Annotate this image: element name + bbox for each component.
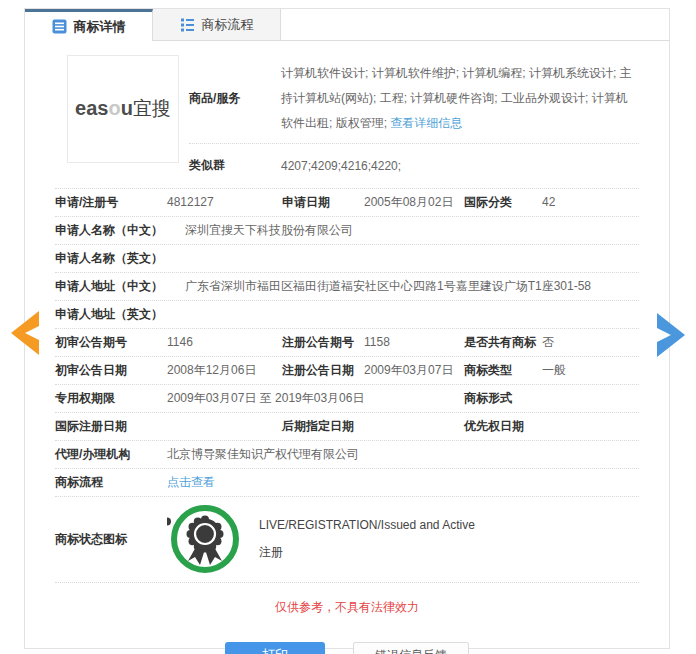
table-row: 国际注册日期 后期指定日期 优先权日期	[55, 413, 639, 441]
table-row: 申请/注册号 4812127 申请日期 2005年08月02日 国际分类 42	[55, 189, 639, 217]
tab-trademark-details[interactable]: 商标详情	[25, 9, 153, 41]
field-label: 商品/服务	[189, 90, 281, 107]
view-details-link[interactable]: 查看详细信息	[390, 116, 462, 130]
goods-services-value: 计算机软件设计; 计算机软件维护; 计算机编程; 计算机系统设计; 主持计算机站…	[281, 61, 639, 137]
table-row: 代理/办理机构 北京博导聚佳知识产权代理有限公司	[55, 441, 639, 469]
logo-text: o	[108, 97, 120, 119]
tab-bar: 商标详情 商标流程	[25, 9, 669, 41]
field-label: 注册公告日期	[282, 362, 364, 379]
similar-group-row: 类似群 4207;4209;4216;4220;	[189, 144, 639, 188]
field-label: 商标状态图标	[55, 531, 167, 548]
field-value: 2008年12月06日	[167, 362, 282, 379]
field-label: 申请人名称（中文）	[55, 222, 185, 239]
field-value: 广东省深圳市福田区福田街道福安社区中心四路1号嘉里建设广场T1座301-58	[185, 278, 639, 295]
document-icon	[52, 19, 67, 34]
field-label: 商标流程	[55, 474, 167, 491]
field-label: 类似群	[189, 157, 281, 174]
field-value: 深圳宜搜天下科技股份有限公司	[185, 222, 639, 239]
table-row: 申请人地址（中文） 广东省深圳市福田区福田街道福安社区中心四路1号嘉里建设广场T…	[55, 273, 639, 301]
registered-medal-icon	[167, 501, 243, 577]
table-row: 初审公告日期 2008年12月06日 注册公告日期 2009年03月07日 商标…	[55, 357, 639, 385]
field-label: 国际注册日期	[55, 418, 167, 435]
table-row: 申请人地址（英文）	[55, 301, 639, 329]
field-label: 商标类型	[464, 362, 542, 379]
field-label: 申请人地址（中文）	[55, 278, 185, 295]
logo-text: eas	[75, 97, 108, 119]
tab-label: 商标详情	[74, 18, 126, 36]
field-label: 专用权期限	[55, 390, 167, 407]
trademark-detail-card: 商标详情 商标流程 easou宜搜	[24, 8, 670, 649]
status-line-english: LIVE/REGISTRATION/Issued and Active	[259, 518, 475, 532]
easou-logo: easou宜搜	[75, 96, 171, 122]
field-value: 1158	[364, 335, 464, 349]
field-label: 申请人地址（英文）	[55, 306, 185, 323]
tab-bar-spacer	[281, 9, 669, 40]
table-row: 申请人名称（中文） 深圳宜搜天下科技股份有限公司	[55, 217, 639, 245]
logo-text: 宜搜	[133, 98, 171, 119]
field-label: 是否共有商标	[464, 334, 542, 351]
field-label: 申请人名称（英文）	[55, 250, 185, 267]
previous-arrow-button[interactable]	[8, 310, 42, 356]
next-arrow-button[interactable]	[654, 312, 688, 358]
field-label: 后期指定日期	[282, 418, 464, 435]
logo-text: u	[121, 97, 133, 119]
field-value: 北京博导聚佳知识产权代理有限公司	[167, 446, 639, 463]
trademark-header-section: easou宜搜 商品/服务 计算机软件设计; 计算机软件维护; 计算机编程; 计…	[55, 41, 639, 189]
field-value: 一般	[542, 362, 639, 379]
field-label: 国际分类	[464, 194, 542, 211]
field-value: 否	[542, 334, 639, 351]
field-value: 2009年03月07日 至 2019年03月06日	[167, 390, 464, 407]
field-value: 4812127	[167, 195, 282, 209]
field-label: 优先权日期	[464, 418, 542, 435]
error-feedback-button[interactable]: 错误信息反馈	[353, 642, 469, 654]
click-to-view-link[interactable]: 点击查看	[167, 474, 639, 491]
disclaimer-text: 仅供参考，不具有法律效力	[55, 599, 639, 616]
table-row: 初审公告期号 1146 注册公告期号 1158 是否共有商标 否	[55, 329, 639, 357]
field-value: 2009年03月07日	[364, 362, 464, 379]
field-value: 42	[542, 195, 639, 209]
field-value: 1146	[167, 335, 282, 349]
table-row: 专用权期限 2009年03月07日 至 2019年03月06日 商标形式	[55, 385, 639, 413]
field-value: 2005年08月02日	[364, 194, 464, 211]
table-row: 商标流程 点击查看	[55, 469, 639, 497]
field-label: 申请/注册号	[55, 194, 167, 211]
action-buttons: 打印 错误信息反馈	[55, 642, 639, 654]
trademark-detail-page: 商 标 商 标 商 标 商 标 商 商标详情	[0, 0, 696, 654]
status-line-chinese: 注册	[259, 544, 475, 561]
tab-label: 商标流程	[202, 16, 254, 34]
table-row: 申请人名称（英文）	[55, 245, 639, 273]
right-arrow-icon	[654, 312, 688, 358]
field-label: 注册公告期号	[282, 334, 364, 351]
left-arrow-icon	[8, 310, 42, 356]
trademark-image: easou宜搜	[67, 55, 179, 163]
list-icon	[180, 17, 195, 32]
field-label: 初审公告期号	[55, 334, 167, 351]
print-button[interactable]: 打印	[225, 642, 325, 654]
tab-trademark-process[interactable]: 商标流程	[153, 9, 281, 40]
field-label: 申请日期	[282, 194, 364, 211]
similar-group-value: 4207;4209;4216;4220;	[281, 159, 401, 173]
field-label: 代理/办理机构	[55, 446, 167, 463]
field-label: 初审公告日期	[55, 362, 167, 379]
field-label: 商标形式	[464, 390, 542, 407]
goods-services-row: 商品/服务 计算机软件设计; 计算机软件维护; 计算机编程; 计算机系统设计; …	[189, 55, 639, 144]
trademark-status-row: 商标状态图标	[55, 497, 639, 583]
